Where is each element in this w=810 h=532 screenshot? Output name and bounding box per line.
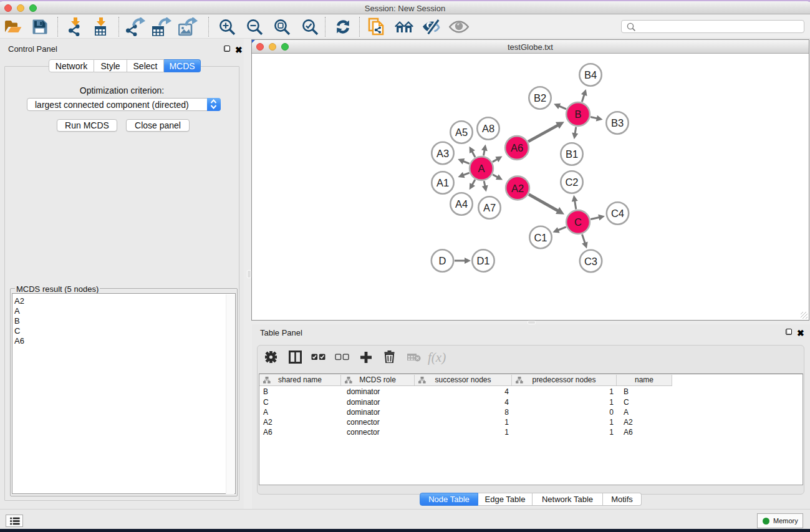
svg-text:D: D <box>439 255 446 266</box>
svg-text:D1: D1 <box>476 255 489 266</box>
svg-text:C3: C3 <box>584 256 597 267</box>
svg-text:A6: A6 <box>511 142 523 153</box>
svg-text:A8: A8 <box>482 123 494 134</box>
svg-text:A7: A7 <box>483 202 496 213</box>
svg-text:C: C <box>574 216 582 228</box>
svg-text:A5: A5 <box>455 127 468 138</box>
svg-text:A: A <box>478 163 485 174</box>
svg-text:C2: C2 <box>565 177 578 188</box>
svg-text:A4: A4 <box>455 198 468 210</box>
svg-text:A1: A1 <box>436 177 449 188</box>
svg-text:B: B <box>574 109 581 120</box>
svg-text:A2: A2 <box>511 183 524 194</box>
svg-text:B3: B3 <box>611 117 624 128</box>
svg-text:B2: B2 <box>534 92 546 104</box>
svg-text:C1: C1 <box>534 232 547 243</box>
svg-text:A3: A3 <box>436 148 449 159</box>
svg-text:B4: B4 <box>584 69 597 80</box>
svg-text:B1: B1 <box>566 148 578 160</box>
svg-text:C4: C4 <box>611 208 624 219</box>
